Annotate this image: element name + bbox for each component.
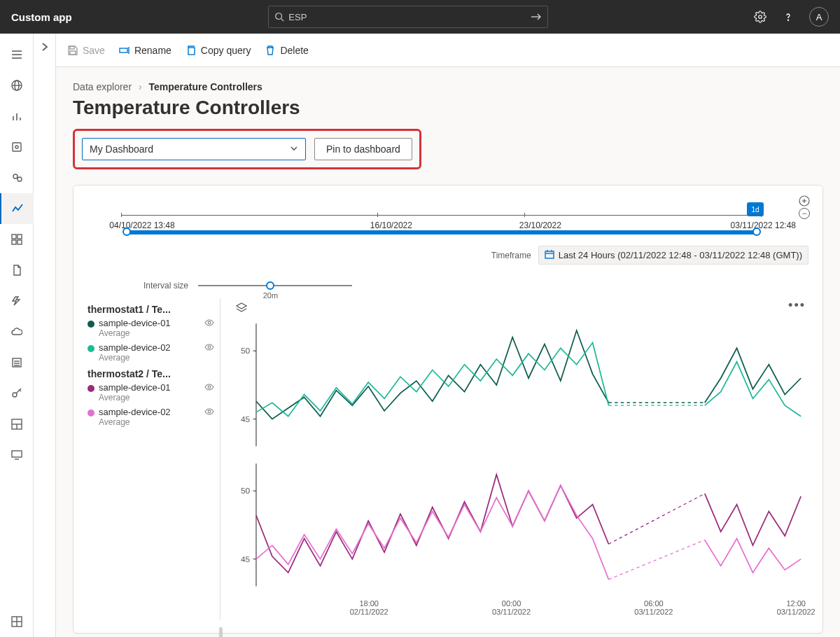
timeline-mid1-label: 16/10/2022 xyxy=(370,220,412,230)
nav-bar-chart-icon[interactable] xyxy=(0,101,34,132)
settings-icon[interactable] xyxy=(753,10,767,24)
svg-line-1 xyxy=(281,19,284,22)
pin-to-dashboard-button[interactable]: Pin to dashboard xyxy=(314,138,412,160)
command-bar: Save Rename Copy query Delete xyxy=(56,34,840,67)
svg-point-4 xyxy=(788,20,788,20)
svg-text:50: 50 xyxy=(241,346,251,356)
chart-area: thermostat1 / Te... sample-device-01Aver… xyxy=(88,298,808,620)
svg-rect-38 xyxy=(70,51,76,55)
legend-column: thermostat1 / Te... sample-device-01Aver… xyxy=(88,298,220,620)
legend-color-dot xyxy=(88,345,94,352)
svg-rect-18 xyxy=(12,234,16,239)
header-icons: A xyxy=(753,7,829,27)
visibility-icon[interactable] xyxy=(204,382,214,394)
interval-size-row: Interval size 20m xyxy=(144,279,808,293)
nav-users-icon[interactable] xyxy=(0,162,34,193)
legend-item[interactable]: sample-device-02Average xyxy=(88,407,214,427)
chart-more-icon[interactable]: ••• xyxy=(788,298,806,313)
chevron-right-icon[interactable] xyxy=(40,42,50,55)
top-header: Custom app ESP A xyxy=(0,0,840,34)
dashboard-select[interactable]: My Dashboard xyxy=(82,138,306,160)
breadcrumb: Data explorer › Temperature Controllers xyxy=(73,81,823,92)
nav-hamburger[interactable] xyxy=(0,39,34,70)
svg-rect-14 xyxy=(13,143,21,151)
nav-monitor-icon[interactable] xyxy=(0,440,34,470)
layers-icon[interactable] xyxy=(236,302,808,316)
page-title: Temperature Controllers xyxy=(73,97,823,119)
timeline-start-label: 04/10/2022 13:48 xyxy=(109,220,174,230)
svg-text:45: 45 xyxy=(241,554,251,564)
legend-group1-header: thermostat1 / Te... xyxy=(88,304,214,315)
range-handle-right[interactable] xyxy=(752,227,761,236)
breadcrumb-root[interactable]: Data explorer xyxy=(73,81,132,92)
search-arrow-icon xyxy=(531,12,542,22)
svg-rect-19 xyxy=(18,234,22,239)
svg-line-28 xyxy=(20,390,21,391)
help-icon[interactable] xyxy=(781,10,795,24)
svg-point-15 xyxy=(15,146,18,148)
visibility-icon[interactable] xyxy=(204,407,214,419)
svg-point-51 xyxy=(208,386,211,388)
delete-button[interactable]: Delete xyxy=(265,45,308,56)
search-value: ESP xyxy=(288,12,531,22)
nav-devices-icon[interactable] xyxy=(0,132,34,162)
nav-key-icon[interactable] xyxy=(0,378,34,409)
visibility-icon[interactable] xyxy=(204,342,214,354)
legend-item[interactable]: sample-device-01Average xyxy=(88,382,214,402)
x-axis: 18:0002/11/202200:0003/11/202206:0003/11… xyxy=(254,599,802,620)
account-avatar[interactable]: A xyxy=(809,7,829,27)
svg-point-16 xyxy=(13,174,18,178)
svg-rect-45 xyxy=(545,251,554,258)
timeline: − 1d 04/10/2022 13:48 16/10/2022 xyxy=(93,202,803,239)
legend-item[interactable]: sample-device-01Average xyxy=(88,318,214,338)
range-handle-left[interactable] xyxy=(122,227,131,236)
global-search[interactable]: ESP xyxy=(268,6,548,28)
visibility-icon[interactable] xyxy=(204,318,214,330)
timeseries-card: − 1d 04/10/2022 13:48 16/10/2022 xyxy=(73,185,823,634)
svg-rect-39 xyxy=(120,48,127,52)
chart-thermostat2: 4550 xyxy=(230,459,808,592)
nav-analytics-icon[interactable] xyxy=(0,193,34,224)
timeline-mid2-label: 23/10/2022 xyxy=(519,220,561,230)
nav-cloud-icon[interactable] xyxy=(0,316,34,347)
x-tick: 12:0003/11/2022 xyxy=(777,599,816,616)
timeframe-label: Timeframe xyxy=(491,251,531,260)
breadcrumb-separator: › xyxy=(139,81,142,92)
nav-tiles-icon[interactable] xyxy=(0,606,34,637)
timeline-range-bar[interactable] xyxy=(125,230,758,234)
chevron-down-icon xyxy=(290,144,298,155)
nav-layout-icon[interactable] xyxy=(0,409,34,440)
nav-flow-icon[interactable] xyxy=(0,286,34,316)
search-icon xyxy=(274,12,284,22)
timeframe-chip[interactable]: Last 24 Hours (02/11/2022 12:48 - 03/11/… xyxy=(538,246,808,265)
nav-doc-icon[interactable] xyxy=(0,255,34,286)
interval-label: Interval size xyxy=(144,281,188,290)
timeline-end-label: 03/11/2022 12:48 xyxy=(731,220,796,230)
legend-item[interactable]: sample-device-02Average xyxy=(88,342,214,363)
svg-point-0 xyxy=(276,13,282,20)
copy-query-button[interactable]: Copy query xyxy=(186,45,251,56)
legend-color-dot xyxy=(88,385,94,392)
breadcrumb-current: Temperature Controllers xyxy=(149,81,262,92)
svg-rect-41 xyxy=(188,48,195,55)
rename-button[interactable]: Rename xyxy=(119,45,172,56)
svg-rect-37 xyxy=(70,46,74,49)
save-button: Save xyxy=(67,45,105,56)
svg-point-3 xyxy=(759,15,762,19)
splitter-handle[interactable] xyxy=(219,627,223,637)
x-tick: 18:0002/11/2022 xyxy=(350,599,388,616)
nav-globe-icon[interactable] xyxy=(0,70,34,101)
charts-column: ••• 4550 4550 18:0002/11/202200:0003/11/… xyxy=(220,298,808,620)
svg-rect-32 xyxy=(12,451,22,457)
interval-slider[interactable]: 20m xyxy=(198,279,352,293)
svg-line-67 xyxy=(608,540,704,579)
svg-rect-21 xyxy=(18,240,22,244)
nav-list-icon[interactable] xyxy=(0,347,34,378)
x-tick: 00:0003/11/2022 xyxy=(492,599,531,616)
svg-point-50 xyxy=(208,346,211,349)
calendar-icon xyxy=(545,249,554,261)
x-tick: 06:0003/11/2022 xyxy=(634,599,673,616)
nav-grid-icon[interactable] xyxy=(0,224,34,255)
timeline-rule xyxy=(121,215,761,216)
panel-collapse-column xyxy=(34,34,56,637)
